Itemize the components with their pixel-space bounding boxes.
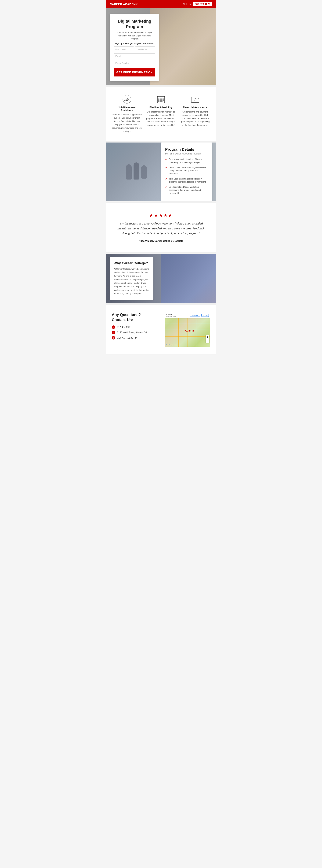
- check-icon-3: ✔: [165, 178, 168, 181]
- map-city-name: Atlanta: [166, 313, 176, 315]
- contact-section: Any Questions? Contact Us: 512-467-8903 …: [106, 305, 216, 354]
- feature-1-desc: You'll have lifetime support from our on…: [112, 113, 142, 133]
- check-icon-4: ✔: [165, 186, 168, 189]
- svg-text:$: $: [194, 99, 195, 101]
- zoom-out-button[interactable]: −: [206, 339, 209, 343]
- why-description: At Career College, we've been helping st…: [114, 267, 150, 296]
- program-item-2-text: Learn how to think like a Digital Market…: [169, 166, 208, 175]
- program-section: Program Details Part-time Digital Market…: [106, 143, 216, 202]
- phone-input[interactable]: [114, 60, 155, 66]
- map-area: Atlanta Atlanta Georgia, USA ↵ Direction…: [165, 313, 210, 347]
- program-item-4: ✔ Build complete Digital Marketing campa…: [165, 185, 208, 195]
- hero-form-card: Digital Marketing Program Train for an i…: [110, 14, 159, 81]
- contact-info: Any Questions? Contact Us: 512-467-8903 …: [112, 313, 159, 341]
- contact-address-item: 5250 North Road, Atlanta, GA: [112, 331, 159, 334]
- program-subtitle: Part-time Digital Marketing Program: [165, 152, 208, 155]
- signup-label: Sign up free to get program information: [114, 42, 155, 44]
- map-buttons: ↵ Directions ★ Save: [190, 314, 209, 317]
- svg-rect-15: [162, 101, 162, 102]
- why-title: Why Career College?: [114, 261, 150, 265]
- calendar-icon: [156, 94, 166, 104]
- zoom-in-button[interactable]: +: [206, 335, 209, 339]
- svg-rect-11: [162, 100, 162, 101]
- feature-financial: $ Financial Assistance Student loans and…: [180, 94, 210, 133]
- map-top-bar: Atlanta Georgia, USA ↵ Directions ★ Save: [165, 313, 210, 318]
- program-image: [106, 143, 167, 202]
- svg-rect-10: [160, 100, 161, 101]
- view-larger-map-link[interactable]: View larger map: [166, 344, 177, 346]
- phone-number[interactable]: 567-876-1229: [193, 2, 212, 6]
- feature-3-desc: Student loans and payment plans may be a…: [180, 110, 210, 127]
- svg-rect-7: [162, 99, 162, 99]
- program-item-3: ✔ Take your marketing skills digital by …: [165, 177, 208, 184]
- save-map-button[interactable]: ★ Save: [201, 314, 209, 317]
- phone-icon: [112, 326, 115, 329]
- feature-2-title: Flexible Scheduling: [146, 106, 176, 109]
- header: CAREER ACADEMY Call Us: 567-876-1229: [106, 0, 216, 8]
- svg-rect-12: [163, 100, 164, 101]
- svg-rect-9: [158, 100, 159, 101]
- feature-scheduling: Flexible Scheduling Our programs start m…: [146, 94, 176, 133]
- program-item-1: ✔ Develop an understanding of how to cre…: [165, 158, 208, 164]
- testimonial-section: ★★★★★ "My instructors at Career College …: [106, 203, 216, 252]
- first-name-input[interactable]: [114, 46, 134, 52]
- why-section: Why Career College? At Career College, w…: [106, 254, 216, 303]
- phone-row: [114, 60, 155, 66]
- program-title: Program Details: [165, 147, 208, 152]
- contact-hours: 7:00 AM - 11:30 PM: [117, 337, 137, 339]
- contact-address: 5250 North Road, Atlanta, GA: [117, 331, 147, 334]
- feature-1-title: Job Placement Assistance: [112, 106, 142, 112]
- star-rating: ★★★★★: [117, 213, 205, 218]
- location-icon: [112, 331, 115, 334]
- features-section: Job Placement Assistance You'll have lif…: [106, 87, 216, 141]
- program-item-2: ✔ Learn how to think like a Digital Mark…: [165, 166, 208, 175]
- divider-2: [106, 141, 216, 143]
- program-item-1-text: Develop an understanding of how to creat…: [169, 158, 208, 164]
- check-icon-2: ✔: [165, 166, 168, 169]
- svg-line-23: [113, 338, 114, 338]
- map-state-name: Georgia, USA: [166, 315, 176, 317]
- why-card: Why Career College? At Career College, w…: [110, 257, 153, 300]
- call-label: Call Us:: [183, 3, 192, 5]
- svg-rect-5: [158, 99, 159, 99]
- testimonial-author: Alice Walker, Career College Graduate: [117, 240, 205, 242]
- program-item-3-text: Take your marketing skills digital by ex…: [169, 177, 208, 184]
- program-card: Program Details Part-time Digital Market…: [161, 143, 212, 202]
- check-icon-1: ✔: [165, 158, 168, 161]
- email-input[interactable]: [114, 53, 155, 59]
- clock-icon: [112, 336, 115, 340]
- hero-title: Digital Marketing Program: [114, 19, 155, 29]
- cta-button[interactable]: GET FREE INFORMATION: [114, 68, 155, 76]
- divider-5: [106, 303, 216, 305]
- feature-job-placement: Job Placement Assistance You'll have lif…: [112, 94, 142, 133]
- hero-subtitle: Train for an in-demand career in digital…: [114, 31, 155, 40]
- hero-image: [150, 8, 216, 85]
- name-row: [114, 46, 155, 52]
- testimonial-quote: "My instructors at Career College were v…: [117, 221, 205, 236]
- map-location-label: Atlanta Georgia, USA: [166, 313, 176, 317]
- contact-title: Any Questions?: [112, 313, 159, 317]
- svg-rect-13: [158, 101, 159, 102]
- divider-4: [106, 252, 216, 254]
- call-info: Call Us: 567-876-1229: [183, 2, 212, 6]
- map-zoom-controls: + −: [206, 335, 209, 343]
- map-city-label: Atlanta: [185, 329, 194, 332]
- contact-hours-item: 7:00 AM - 11:30 PM: [112, 336, 159, 340]
- last-name-input[interactable]: [135, 46, 155, 52]
- feature-3-title: Financial Assistance: [180, 106, 210, 109]
- svg-rect-14: [160, 101, 161, 102]
- program-item-4-text: Build complete Digital Marketing campaig…: [169, 185, 208, 195]
- svg-point-20: [113, 332, 114, 333]
- contact-phone-item: 512-467-8903: [112, 326, 159, 329]
- divider-3: [106, 202, 216, 203]
- contact-phone-number[interactable]: 512-467-8903: [117, 326, 131, 329]
- directions-button[interactable]: ↵ Directions: [190, 314, 201, 317]
- logo: CAREER ACADEMY: [110, 3, 138, 6]
- why-image: [161, 254, 216, 303]
- feature-2-desc: Our programs start monthly so you can fi…: [146, 110, 176, 127]
- contact-subtitle: Contact Us:: [112, 318, 159, 322]
- hero-section: Digital Marketing Program Train for an i…: [106, 8, 216, 85]
- svg-rect-6: [160, 99, 161, 99]
- svg-rect-8: [163, 99, 164, 99]
- divider-1: [106, 85, 216, 87]
